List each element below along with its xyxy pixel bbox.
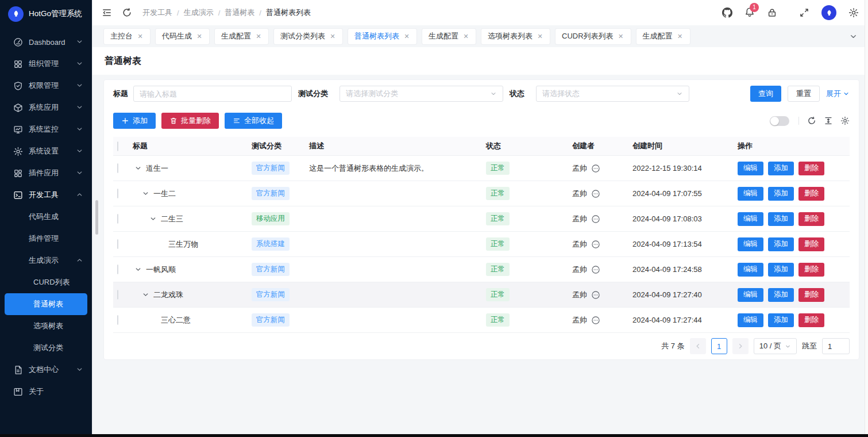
tab[interactable]: 生成配置✕ [215, 29, 268, 44]
refresh-page-icon[interactable] [122, 7, 132, 18]
close-icon[interactable]: ✕ [618, 32, 624, 40]
page-number-button[interactable]: 1 [711, 338, 727, 354]
edit-button[interactable]: 编辑 [738, 237, 763, 251]
close-icon[interactable]: ✕ [329, 32, 336, 40]
tab[interactable]: 测试分类列表✕ [274, 29, 342, 44]
sidebar-item[interactable]: 开发工具 [0, 184, 92, 206]
tab[interactable]: 主控台✕ [104, 29, 150, 44]
breadcrumb-item[interactable]: 普通树表 [225, 7, 254, 18]
notifications[interactable]: 1 [744, 7, 755, 19]
striped-toggle[interactable] [770, 116, 789, 126]
github-icon[interactable] [722, 7, 732, 18]
add-child-button[interactable]: 添加 [768, 237, 794, 251]
expand-row-chevron-icon[interactable] [134, 266, 142, 273]
close-icon[interactable]: ✕ [462, 32, 469, 40]
row-checkbox[interactable] [117, 163, 118, 173]
sidebar-item[interactable]: 选项树表 [0, 315, 92, 337]
close-icon[interactable]: ✕ [403, 32, 410, 40]
add-child-button[interactable]: 添加 [768, 288, 794, 302]
sidebar-item[interactable]: 插件应用 [0, 162, 92, 184]
page-size-select[interactable]: 10 / 页 [754, 338, 797, 354]
creator-info-icon[interactable] [591, 214, 600, 224]
delete-button[interactable]: 删除 [798, 212, 824, 226]
expand-row-chevron-icon[interactable] [134, 164, 142, 172]
row-checkbox[interactable] [117, 315, 118, 325]
row-checkbox[interactable] [117, 214, 118, 224]
creator-info-icon[interactable] [591, 265, 600, 274]
tab[interactable]: 代码生成✕ [156, 29, 209, 44]
add-child-button[interactable]: 添加 [768, 187, 794, 201]
category-filter-select[interactable]: 请选择测试分类 [340, 86, 503, 102]
row-checkbox[interactable] [117, 189, 118, 198]
close-icon[interactable]: ✕ [137, 32, 144, 40]
app-logo[interactable]: HotGo管理系统 [0, 0, 92, 28]
delete-button[interactable]: 删除 [798, 263, 824, 277]
sidebar-item[interactable]: 代码生成 [0, 206, 92, 228]
creator-info-icon[interactable] [591, 164, 600, 173]
user-avatar[interactable] [821, 5, 836, 20]
edit-button[interactable]: 编辑 [738, 263, 763, 277]
delete-button[interactable]: 删除 [798, 187, 824, 201]
row-checkbox[interactable] [117, 264, 118, 274]
title-filter-input[interactable] [133, 86, 292, 102]
fullscreen-icon[interactable] [799, 7, 809, 18]
reset-button[interactable]: 重置 [788, 86, 820, 102]
tab[interactable]: 选项树表列表✕ [481, 29, 550, 44]
sidebar-item[interactable]: 系统设置 [0, 140, 92, 162]
add-button[interactable]: 添加 [113, 113, 156, 129]
column-settings-icon[interactable] [840, 116, 850, 125]
search-button[interactable]: 查询 [750, 86, 781, 102]
sidebar-item[interactable]: Dashboard [0, 31, 92, 53]
sidebar-item[interactable]: 插件管理 [0, 228, 92, 250]
creator-info-icon[interactable] [591, 240, 600, 249]
tab[interactable]: 生成配置✕ [422, 29, 476, 44]
delete-button[interactable]: 删除 [798, 288, 824, 302]
close-icon[interactable]: ✕ [537, 32, 543, 40]
next-page-button[interactable] [732, 338, 749, 354]
expand-row-chevron-icon[interactable] [142, 190, 149, 197]
delete-button[interactable]: 删除 [798, 162, 824, 175]
sidebar-item[interactable]: 文档中心 [0, 359, 92, 381]
row-density-icon[interactable] [824, 116, 833, 125]
settings-icon[interactable] [848, 7, 859, 18]
sidebar-item[interactable]: 系统监控 [0, 118, 92, 140]
expand-row-chevron-icon[interactable] [142, 291, 149, 298]
edit-button[interactable]: 编辑 [738, 288, 763, 302]
creator-info-icon[interactable] [591, 189, 600, 198]
status-filter-select[interactable]: 请选择状态 [536, 86, 689, 102]
sidebar-item[interactable]: 组织管理 [0, 53, 92, 75]
prev-page-button[interactable] [690, 338, 706, 354]
sidebar-item[interactable]: 权限管理 [0, 75, 92, 97]
tab[interactable]: CUDR列表列表✕ [555, 29, 631, 44]
delete-button[interactable]: 删除 [798, 237, 824, 251]
collapse-sidebar-icon[interactable] [102, 7, 112, 18]
lock-screen-icon[interactable] [767, 7, 777, 18]
edit-button[interactable]: 编辑 [738, 187, 763, 201]
add-child-button[interactable]: 添加 [768, 263, 794, 277]
edit-button[interactable]: 编辑 [738, 162, 763, 175]
expand-row-chevron-icon[interactable] [149, 215, 157, 223]
row-checkbox[interactable] [117, 290, 118, 300]
tab[interactable]: 普通树表列表✕ [348, 29, 416, 44]
sidebar-item[interactable]: 生成演示 [0, 250, 92, 271]
sidebar-item[interactable]: 测试分类 [0, 337, 92, 359]
edit-button[interactable]: 编辑 [738, 212, 763, 226]
collapse-all-button[interactable]: 全部收起 [225, 113, 282, 129]
reload-table-icon[interactable] [807, 116, 816, 125]
select-all-checkbox[interactable] [117, 141, 118, 151]
breadcrumb-item[interactable]: 生成演示 [184, 7, 214, 18]
add-child-button[interactable]: 添加 [768, 162, 794, 175]
tab[interactable]: 生成配置✕ [636, 29, 690, 44]
breadcrumb-item[interactable]: 开发工具 [142, 7, 172, 18]
scrollbar-thumb[interactable] [95, 200, 98, 235]
close-icon[interactable]: ✕ [255, 32, 262, 40]
tab-list-chevron-down-icon[interactable] [849, 32, 858, 41]
close-icon[interactable]: ✕ [196, 32, 203, 40]
delete-button[interactable]: 删除 [798, 313, 824, 327]
creator-info-icon[interactable] [591, 316, 600, 325]
sidebar-item[interactable]: 普通树表 [5, 293, 87, 315]
jump-to-input[interactable] [822, 338, 850, 354]
add-child-button[interactable]: 添加 [768, 313, 794, 327]
sidebar-item[interactable]: CURD列表 [0, 271, 92, 293]
batch-delete-button[interactable]: 批量删除 [161, 113, 219, 129]
